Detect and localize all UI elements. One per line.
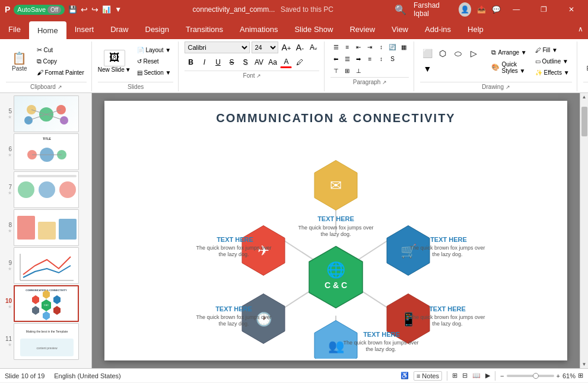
shape-fill-btn[interactable]: 🖊 Fill ▼ xyxy=(533,46,572,55)
shape-4[interactable]: ▷ xyxy=(466,46,481,60)
highlight-btn[interactable]: 🖊 xyxy=(294,56,306,68)
justify-btn[interactable]: ≡ xyxy=(364,53,375,64)
increase-font-btn[interactable]: A+ xyxy=(280,42,292,53)
slide-canvas[interactable]: COMMUNICATION & CONNECTIVITY ✉ xyxy=(104,101,567,360)
search-icon[interactable]: 🔍 xyxy=(395,4,406,15)
align-top-btn[interactable]: ⊤ xyxy=(330,65,341,76)
scroll-thumb[interactable] xyxy=(581,107,587,136)
shape-more[interactable]: ▼ xyxy=(420,62,434,76)
clear-format-btn[interactable]: Aᵥ xyxy=(307,42,319,53)
align-middle-btn[interactable]: ⊞ xyxy=(342,65,352,76)
tab-addins[interactable]: Add-ins xyxy=(417,19,459,39)
underline-btn[interactable]: U xyxy=(212,56,224,68)
arrange-btn[interactable]: ⧉Arrange ▼ xyxy=(489,47,529,58)
spacing-btn[interactable]: AV xyxy=(253,56,265,68)
ribbon-tabs: File Home Insert Draw Design Transitions… xyxy=(0,19,588,39)
save-icon[interactable]: 💾 xyxy=(68,5,77,14)
numbering-btn[interactable]: ≡ xyxy=(342,42,352,52)
font-family-select[interactable]: Calibri xyxy=(185,42,250,53)
zoom-out-btn[interactable]: − xyxy=(500,372,504,379)
slide-thumb-11[interactable]: 11 ★ Making the best in the Templatecont… xyxy=(2,323,89,360)
bullets-btn[interactable]: ☰ xyxy=(330,42,341,52)
line-spacing-btn[interactable]: ↕ xyxy=(376,53,386,64)
view-reading-btn[interactable]: 📖 xyxy=(472,372,481,379)
align-left-btn[interactable]: ⬅ xyxy=(330,53,341,64)
scroll-up-btn[interactable]: ▲ xyxy=(582,94,587,100)
italic-btn[interactable]: I xyxy=(198,56,210,68)
restore-btn[interactable]: ❐ xyxy=(532,0,555,19)
slide-thumb-10[interactable]: 10 ★ COMMUNICATION & CONNECTIVITY C&C xyxy=(2,285,89,322)
redo-btn[interactable]: ↪ xyxy=(91,5,98,14)
shadow-btn[interactable]: S xyxy=(239,56,251,68)
align-right-btn[interactable]: ➡ xyxy=(353,53,364,64)
slide-thumb-5[interactable]: 5 ★ xyxy=(2,95,89,132)
tab-insert[interactable]: Insert xyxy=(66,19,103,39)
reset-btn[interactable]: ↺ Reset xyxy=(135,57,174,66)
slide-thumb-6[interactable]: 6 ★ TITLE xyxy=(2,133,89,170)
editing-btn[interactable]: ✏️ Editing xyxy=(583,49,588,74)
slide-thumb-9[interactable]: 9 ★ xyxy=(2,247,89,284)
comments-btn[interactable]: 💬 xyxy=(492,5,501,14)
tab-file[interactable]: File xyxy=(0,19,29,39)
tab-draw[interactable]: Draw xyxy=(102,19,136,39)
font-size-select[interactable]: 24 xyxy=(252,42,278,53)
undo-btn[interactable]: ↩ xyxy=(81,5,88,14)
svg-text:the lazy dog.: the lazy dog. xyxy=(320,231,351,237)
new-slide-btn[interactable]: 🖼 New Slide▼ xyxy=(98,50,131,73)
tab-review[interactable]: Review xyxy=(341,19,383,39)
slide-6-img: TITLE xyxy=(14,133,79,170)
layout-btn[interactable]: 📄 Layout ▼ xyxy=(135,46,174,55)
accessibility-btn[interactable]: ♿ xyxy=(401,372,409,379)
format-painter-btn[interactable]: 🖌Format Painter xyxy=(34,68,87,77)
cut-btn[interactable]: ✂Cut xyxy=(34,45,87,55)
customize-btn[interactable]: ▼ xyxy=(115,5,122,14)
slide-5-preview xyxy=(14,96,78,132)
close-btn[interactable]: ✕ xyxy=(560,0,583,19)
shape-1[interactable]: ⬜ xyxy=(420,46,434,60)
uppercase-btn[interactable]: Aa xyxy=(266,56,278,68)
notes-btn[interactable]: ≡ Notes xyxy=(414,371,442,381)
shape-effects-btn[interactable]: ✨ Effects ▼ xyxy=(533,68,572,77)
zoom-in-btn[interactable]: + xyxy=(557,372,560,379)
decrease-font-btn[interactable]: A- xyxy=(294,42,306,53)
tab-home[interactable]: Home xyxy=(29,21,66,39)
tab-design[interactable]: Design xyxy=(137,19,177,39)
scroll-down-btn[interactable]: ▼ xyxy=(582,362,587,367)
paste-btn[interactable]: 📋 Paste xyxy=(6,49,33,74)
section-btn[interactable]: ▤ Section ▼ xyxy=(135,68,174,77)
autosave-toggle[interactable]: AutoSave Off xyxy=(14,5,65,15)
tab-view[interactable]: View xyxy=(383,19,417,39)
share-btn[interactable]: 📤 xyxy=(477,5,486,14)
slide-thumb-7[interactable]: 7 ★ xyxy=(2,171,89,208)
tab-help[interactable]: Help xyxy=(459,19,492,39)
text-direction-btn[interactable]: ↕ xyxy=(376,42,386,52)
shape-outline-btn[interactable]: ▭ Outline ▼ xyxy=(533,57,572,66)
increase-indent-btn[interactable]: ⇥ xyxy=(364,42,375,52)
v-scrollbar[interactable]: ▲ ▼ xyxy=(580,93,588,368)
view-slide-sorter-btn[interactable]: ⊟ xyxy=(462,372,468,379)
bold-btn[interactable]: B xyxy=(185,56,196,68)
decrease-indent-btn[interactable]: ⇤ xyxy=(353,42,364,52)
columns-btn[interactable]: ▦ xyxy=(398,42,409,52)
tab-transitions[interactable]: Transitions xyxy=(177,19,231,39)
copy-btn[interactable]: ⧉Copy xyxy=(34,56,87,66)
present-btn[interactable]: 📊 xyxy=(102,5,111,14)
align-bottom-btn[interactable]: ⊥ xyxy=(353,65,364,76)
view-normal-btn[interactable]: ⊞ xyxy=(452,372,457,379)
convert-smartart-btn[interactable]: 🔄 xyxy=(387,42,398,52)
text-shadow-btn[interactable]: S xyxy=(387,53,398,64)
view-presenter-btn[interactable]: ▶ xyxy=(485,372,490,379)
shape-3[interactable]: ⬭ xyxy=(451,46,465,60)
ribbon-collapse-btn[interactable]: ∧ xyxy=(573,25,588,33)
zoom-slider[interactable] xyxy=(507,375,554,377)
tab-slideshow[interactable]: Slide Show xyxy=(286,19,341,39)
fit-slide-btn[interactable]: ⊞ xyxy=(578,372,583,379)
font-color-btn[interactable]: A xyxy=(280,56,292,68)
shape-2[interactable]: ⬡ xyxy=(436,46,450,60)
quick-styles-btn[interactable]: 🎨QuickStyles ▼ xyxy=(489,60,529,75)
align-center-btn[interactable]: ☰ xyxy=(342,53,352,64)
slide-thumb-8[interactable]: 8 ★ xyxy=(2,209,89,246)
tab-animations[interactable]: Animations xyxy=(231,19,286,39)
strikethrough-btn[interactable]: S xyxy=(225,56,237,68)
minimize-btn[interactable]: — xyxy=(504,0,528,19)
